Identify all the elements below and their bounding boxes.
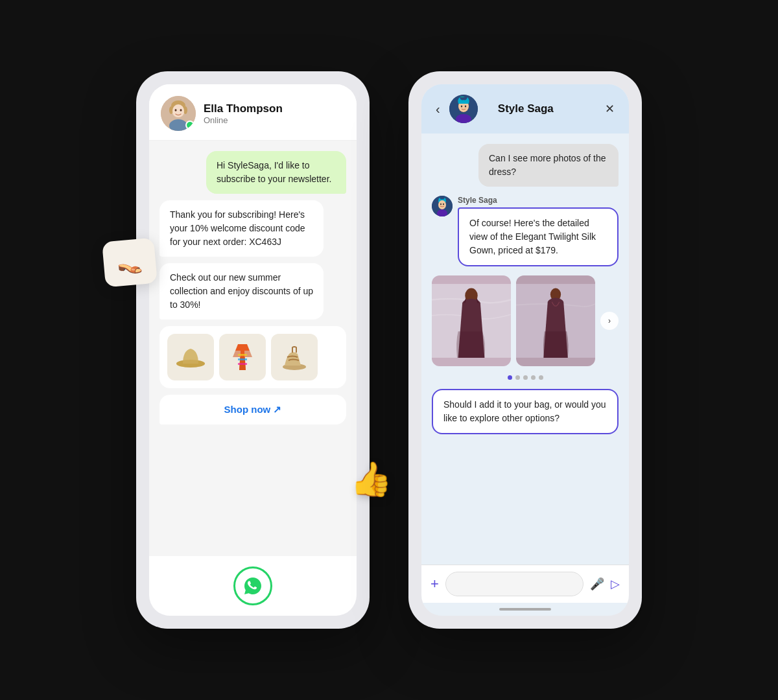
ss-title: Style Saga	[484, 102, 567, 115]
wa-shop-now-container: Shop now ↗	[159, 395, 346, 425]
floating-shoe-card: 👡	[102, 238, 158, 288]
ss-dot-5	[539, 375, 543, 380]
ss-dot-3	[523, 375, 528, 380]
product-thumb-3	[271, 334, 318, 380]
ss-phone-inner: ‹	[421, 84, 629, 616]
ss-footer: + 🎤 ▷	[421, 565, 629, 603]
svg-point-25	[443, 204, 444, 205]
ss-back-button[interactable]: ‹	[433, 99, 443, 119]
ss-close-button[interactable]: ✕	[602, 99, 617, 119]
shoe-emoji: 👡	[115, 249, 143, 275]
ss-product-img-1	[432, 275, 511, 366]
whatsapp-icon[interactable]	[233, 566, 272, 605]
ss-bot-msg-container-1: Style Saga Of course! Here's the detaile…	[458, 196, 619, 266]
svg-point-23	[438, 200, 446, 209]
wa-incoming-msg-1: Thank you for subscribing! Here's your 1…	[159, 200, 324, 257]
ss-pagination-dots	[432, 375, 619, 380]
ss-header: ‹	[421, 84, 629, 134]
ss-bot-bubble-1: Of course! Here's the detailed view of t…	[458, 207, 619, 266]
product-thumb-2	[219, 334, 266, 380]
ss-dot-1	[508, 375, 512, 380]
wa-product-row	[159, 326, 346, 388]
svg-rect-14	[238, 363, 247, 365]
floating-thumb: 👍	[350, 460, 392, 499]
ss-mic-button[interactable]: 🎤	[590, 577, 604, 591]
online-indicator	[185, 121, 194, 130]
ss-dot-2	[515, 375, 520, 380]
svg-rect-12	[238, 354, 247, 356]
shop-now-button[interactable]: Shop now ↗	[224, 404, 282, 415]
ss-bot-bubble-2: Should I add it to your bag, or would yo…	[432, 389, 619, 434]
svg-point-7	[175, 109, 177, 111]
wa-avatar	[161, 96, 196, 131]
wa-user-info: Ella Thompson Online	[204, 102, 345, 125]
wa-incoming-msg-2: Check out our new summer collection and …	[159, 263, 324, 320]
ss-dot-4	[531, 375, 536, 380]
svg-point-19	[460, 106, 462, 108]
ss-next-button[interactable]: ›	[600, 312, 619, 330]
ss-message-input[interactable]	[445, 572, 584, 596]
wa-footer	[149, 556, 357, 616]
ss-bot-row-1: Style Saga Of course! Here's the detaile…	[432, 196, 619, 266]
ss-chat-body: Can I see more photos of the dress?	[421, 134, 629, 565]
svg-point-8	[180, 109, 182, 111]
ss-plus-button[interactable]: +	[430, 576, 439, 592]
wa-header: Ella Thompson Online	[149, 84, 357, 141]
wa-user-name: Ella Thompson	[204, 102, 345, 115]
wa-phone-inner: Ella Thompson Online Hi StyleSaga, I'd l…	[149, 84, 357, 616]
product-thumb-1	[167, 334, 214, 380]
svg-point-11	[176, 360, 205, 368]
home-indicator-area	[421, 603, 629, 616]
wa-user-status: Online	[204, 115, 345, 125]
svg-point-20	[464, 106, 466, 108]
svg-point-24	[440, 204, 442, 205]
home-indicator	[499, 608, 551, 611]
ss-bot-avatar-chat	[432, 196, 453, 216]
svg-rect-13	[238, 358, 247, 360]
ss-bot-name: Style Saga	[458, 196, 619, 205]
style-saga-phone: ‹	[408, 71, 642, 629]
wa-outgoing-msg: Hi StyleSaga, I'd like to subscribe to y…	[206, 151, 346, 194]
ss-product-gallery: ›	[432, 275, 619, 366]
wa-chat-body: Hi StyleSaga, I'd like to subscribe to y…	[149, 141, 357, 556]
ss-send-button[interactable]: ▷	[611, 577, 620, 591]
ss-bot-avatar-header	[449, 95, 478, 123]
ss-product-img-2	[516, 275, 595, 366]
whatsapp-phone: 👡 👍	[136, 71, 370, 629]
scene: 👡 👍	[0, 32, 778, 668]
ss-user-msg: Can I see more photos of the dress?	[478, 144, 619, 187]
